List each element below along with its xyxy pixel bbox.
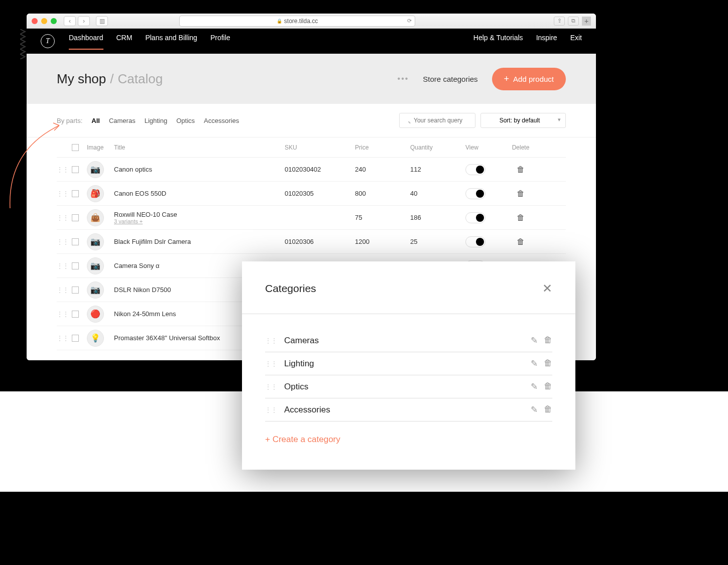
row-checkbox[interactable] [72, 287, 79, 294]
category-row[interactable]: ⋮⋮Cameras✎🗑 [265, 329, 552, 352]
nav-inspire[interactable]: Inspire [536, 34, 557, 49]
categories-dialog: Categories ✕ ⋮⋮Cameras✎🗑⋮⋮Lighting✎🗑⋮⋮Op… [242, 261, 575, 470]
category-row[interactable]: ⋮⋮Optics✎🗑 [265, 375, 552, 398]
dialog-title: Categories [265, 282, 316, 295]
product-price: 800 [355, 190, 410, 197]
reload-icon[interactable]: ⟳ [407, 18, 412, 24]
sidebar-button[interactable]: ▥ [96, 16, 108, 26]
delete-icon[interactable]: 🗑 [506, 165, 536, 174]
edit-icon[interactable]: ✎ [531, 358, 538, 369]
category-row[interactable]: ⋮⋮Lighting✎🗑 [265, 352, 552, 375]
product-thumb: 📷 [87, 161, 104, 178]
edit-icon[interactable]: ✎ [531, 381, 538, 392]
edit-icon[interactable]: ✎ [531, 335, 538, 346]
table-header: Image Title SKU Price Quantity View Dele… [57, 137, 566, 158]
forward-button[interactable]: › [78, 16, 90, 26]
row-checkbox[interactable] [72, 238, 79, 245]
more-menu-icon[interactable]: ••• [398, 74, 409, 83]
drag-handle-icon[interactable]: ⋮⋮ [57, 238, 72, 245]
table-row[interactable]: ⋮⋮🎒Canon EOS 550D0102030580040🗑 [57, 182, 566, 206]
drag-handle-icon[interactable]: ⋮⋮ [57, 335, 72, 342]
back-button[interactable]: ‹ [64, 16, 76, 26]
drag-handle-icon[interactable]: ⋮⋮ [57, 262, 72, 269]
breadcrumb-current: Catalog [118, 71, 163, 86]
page-header: My shop/Catalog ••• Store categories Add… [27, 54, 596, 104]
maximize-window-icon[interactable] [51, 18, 57, 24]
create-category-link[interactable]: + Create a category [265, 435, 552, 445]
search-input[interactable] [399, 113, 475, 128]
row-checkbox[interactable] [72, 214, 79, 221]
drag-handle-icon[interactable]: ⋮⋮ [57, 311, 72, 318]
lock-icon: 🔒 [277, 19, 282, 24]
drag-handle-icon[interactable]: ⋮⋮ [265, 383, 277, 390]
product-sku: 01020305 [285, 190, 355, 197]
logo-icon[interactable]: T [41, 34, 55, 48]
category-row[interactable]: ⋮⋮Accessories✎🗑 [265, 398, 552, 421]
view-toggle[interactable] [465, 212, 486, 223]
delete-icon[interactable]: 🗑 [544, 404, 552, 415]
breadcrumb-root[interactable]: My shop [57, 71, 106, 86]
delete-icon[interactable]: 🗑 [544, 335, 552, 346]
new-tab-button[interactable]: + [582, 17, 591, 26]
row-checkbox[interactable] [72, 262, 79, 269]
filter-cameras[interactable]: Cameras [109, 117, 136, 124]
view-toggle[interactable] [465, 188, 486, 199]
row-checkbox[interactable] [72, 166, 79, 173]
variants-link[interactable]: 3 variants + [114, 218, 285, 224]
col-view: View [465, 144, 506, 151]
share-icon[interactable]: ⇪ [554, 17, 565, 26]
filter-accessories[interactable]: Accessories [204, 117, 239, 124]
product-price: 75 [355, 214, 410, 221]
view-toggle[interactable] [465, 236, 486, 247]
filter-lighting[interactable]: Lighting [145, 117, 168, 124]
product-qty: 40 [410, 190, 465, 197]
table-row[interactable]: ⋮⋮📷Black Fujifilm Dslr Camera01020306120… [57, 230, 566, 254]
nav-plans-and-billing[interactable]: Plans and Billing [145, 34, 197, 49]
nav-dashboard[interactable]: Dashboard [69, 34, 103, 49]
nav-help-tutorials[interactable]: Help & Tutorials [473, 34, 523, 49]
filter-bar: By parts: AllCamerasLightingOpticsAccess… [27, 104, 596, 137]
category-name: Cameras [284, 336, 319, 346]
minimize-window-icon[interactable] [41, 18, 47, 24]
table-row[interactable]: ⋮⋮👜Roxwill NEO-10 Case3 variants +75186🗑 [57, 206, 566, 230]
drag-handle-icon[interactable]: ⋮⋮ [57, 166, 72, 173]
edit-icon[interactable]: ✎ [531, 404, 538, 415]
drag-handle-icon[interactable]: ⋮⋮ [57, 190, 72, 197]
delete-icon[interactable]: 🗑 [506, 237, 536, 246]
close-window-icon[interactable] [32, 18, 38, 24]
product-sku: 0102030402 [285, 166, 355, 173]
divider [242, 314, 575, 314]
col-sku: SKU [285, 144, 355, 151]
drag-handle-icon[interactable]: ⋮⋮ [265, 406, 277, 413]
row-checkbox[interactable] [72, 311, 79, 318]
product-thumb: 💡 [87, 330, 104, 347]
add-product-button[interactable]: Add product [492, 68, 566, 90]
row-checkbox[interactable] [72, 335, 79, 342]
drag-handle-icon[interactable]: ⋮⋮ [265, 360, 277, 367]
delete-icon[interactable]: 🗑 [506, 189, 536, 198]
nav-profile[interactable]: Profile [210, 34, 230, 49]
nav-crm[interactable]: CRM [116, 34, 133, 49]
sort-select[interactable]: Sort: by default [480, 113, 566, 128]
close-icon[interactable]: ✕ [542, 281, 552, 296]
delete-icon[interactable]: 🗑 [544, 381, 552, 392]
product-title: Canon EOS 550D [114, 190, 285, 197]
window-controls [32, 18, 57, 24]
drag-handle-icon[interactable]: ⋮⋮ [57, 214, 72, 221]
filter-label: By parts: [57, 117, 82, 124]
table-row[interactable]: ⋮⋮📷Canon optics0102030402240112🗑 [57, 158, 566, 182]
filter-all[interactable]: All [91, 117, 100, 124]
drag-handle-icon[interactable]: ⋮⋮ [57, 287, 72, 294]
tabs-icon[interactable]: ⧉ [568, 17, 579, 26]
filter-optics[interactable]: Optics [176, 117, 195, 124]
store-categories-link[interactable]: Store categories [423, 75, 477, 83]
select-all-checkbox[interactable] [72, 144, 79, 151]
drag-handle-icon[interactable]: ⋮⋮ [265, 337, 277, 344]
url-bar[interactable]: 🔒 store.tilda.cc ⟳ [179, 16, 415, 27]
delete-icon[interactable]: 🗑 [506, 213, 536, 222]
nav-exit[interactable]: Exit [570, 34, 582, 49]
view-toggle[interactable] [465, 164, 486, 175]
row-checkbox[interactable] [72, 190, 79, 197]
delete-icon[interactable]: 🗑 [544, 358, 552, 369]
product-thumb: 👜 [87, 209, 104, 226]
